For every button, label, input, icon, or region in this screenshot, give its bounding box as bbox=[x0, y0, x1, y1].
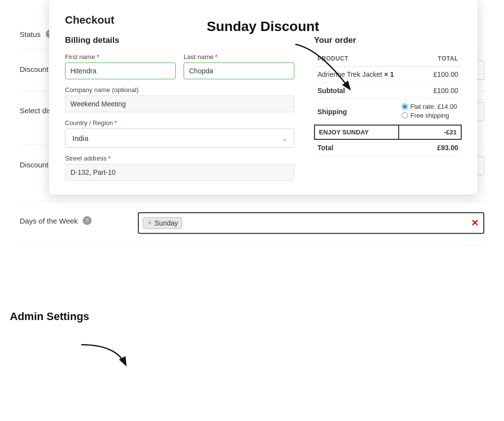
order-section: Your order PRODUCT TOTAL Adrienne Trek J… bbox=[314, 35, 462, 181]
first-name-required: * bbox=[96, 53, 99, 61]
sunday-tag-remove[interactable]: ✕ bbox=[147, 220, 152, 227]
last-name-required: * bbox=[215, 53, 218, 61]
last-name-label-text: Last name bbox=[184, 53, 214, 61]
billing-section: Billing details First name * Last name * bbox=[65, 35, 294, 181]
sunday-tag[interactable]: ✕ Sunday bbox=[143, 217, 182, 229]
company-label-text: Company name (optional) bbox=[65, 86, 139, 94]
country-select-wrap: India ⌄ bbox=[65, 129, 294, 148]
order-table: PRODUCT TOTAL Adrienne Trek Jacket × 1 £… bbox=[314, 51, 462, 156]
shipping-label: Shipping bbox=[315, 99, 399, 126]
coupon-code: ENJOY SUNDAY bbox=[315, 125, 399, 139]
product-total: £100.00 bbox=[399, 66, 461, 83]
billing-title: Billing details bbox=[65, 35, 294, 45]
table-row: Subtotal £100.00 bbox=[315, 83, 461, 99]
flat-rate-option[interactable]: Flat rate: £14.00 bbox=[402, 103, 458, 110]
subtotal-value: £100.00 bbox=[399, 83, 461, 99]
shipping-options: Flat rate: £14.00 Free shipping bbox=[399, 99, 461, 126]
country-select[interactable]: India bbox=[65, 129, 294, 148]
last-name-input[interactable] bbox=[184, 63, 294, 79]
street-required: * bbox=[108, 155, 111, 162]
col-product-header: PRODUCT bbox=[315, 51, 399, 66]
name-row: First name * Last name * bbox=[65, 53, 294, 79]
days-tags-input[interactable]: ✕ Sunday ✕ bbox=[138, 212, 484, 234]
total-value: £93.00 bbox=[399, 139, 461, 156]
table-row: Shipping Flat rate: £14.00 Free shipping bbox=[315, 99, 461, 126]
last-name-label: Last name * bbox=[184, 53, 294, 61]
country-label: Country / Region * bbox=[65, 119, 294, 127]
col-total-header: TOTAL bbox=[399, 51, 461, 66]
flat-rate-label: Flat rate: £14.00 bbox=[410, 103, 457, 110]
company-input[interactable] bbox=[65, 96, 294, 112]
tags-remove-all-icon[interactable]: ✕ bbox=[471, 218, 478, 228]
days-label: Days of the Week ? bbox=[20, 212, 128, 225]
status-label-text: Status bbox=[20, 30, 41, 38]
days-control: ✕ Sunday ✕ bbox=[138, 212, 484, 234]
street-input[interactable] bbox=[65, 164, 294, 181]
street-group: Street address * bbox=[65, 155, 294, 181]
checkout-body: Billing details First name * Last name * bbox=[65, 35, 462, 181]
order-table-header: PRODUCT TOTAL bbox=[315, 51, 461, 66]
days-label-text: Days of the Week bbox=[20, 217, 78, 225]
table-row: Adrienne Trek Jacket × 1 £100.00 bbox=[315, 66, 461, 83]
company-label: Company name (optional) bbox=[65, 86, 294, 94]
last-name-group: Last name * bbox=[184, 53, 294, 79]
first-name-group: First name * bbox=[65, 53, 176, 79]
free-shipping-label: Free shipping bbox=[410, 112, 449, 119]
company-group: Company name (optional) bbox=[65, 86, 294, 112]
checkout-overlay: Sunday Discount Checkout Billing details… bbox=[49, 0, 477, 194]
days-row: Days of the Week ? ✕ Sunday ✕ bbox=[20, 201, 484, 245]
days-help-icon[interactable]: ? bbox=[83, 216, 92, 225]
checkout-title: Checkout bbox=[65, 14, 462, 27]
coupon-discount: -£21 bbox=[399, 125, 461, 139]
first-name-label-text: First name bbox=[65, 53, 95, 61]
street-label: Street address * bbox=[65, 155, 294, 162]
first-name-label: First name * bbox=[65, 53, 176, 61]
product-name: Adrienne Trek Jacket × 1 bbox=[315, 66, 399, 83]
table-row: Total £93.00 bbox=[315, 139, 461, 156]
free-shipping-option[interactable]: Free shipping bbox=[402, 112, 458, 119]
country-group: Country / Region * India ⌄ bbox=[65, 119, 294, 148]
country-required: * bbox=[115, 119, 117, 127]
sunday-tag-label: Sunday bbox=[155, 219, 178, 227]
street-label-text: Street address bbox=[65, 155, 107, 162]
country-label-text: Country / Region bbox=[65, 119, 113, 127]
coupon-row: ENJOY SUNDAY -£21 bbox=[315, 125, 461, 139]
subtotal-label: Subtotal bbox=[315, 83, 399, 99]
total-label: Total bbox=[315, 139, 399, 156]
order-title: Your order bbox=[314, 35, 462, 45]
first-name-input[interactable] bbox=[65, 63, 176, 79]
